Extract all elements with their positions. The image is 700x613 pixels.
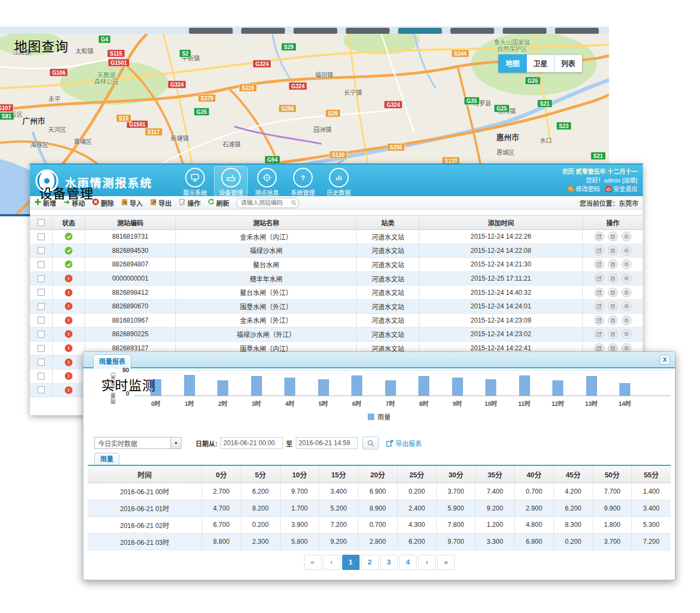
row-trash-button[interactable]: [608, 329, 618, 339]
question-icon: ?: [293, 168, 313, 187]
row-trash-button[interactable]: [608, 288, 618, 298]
nav-item-history[interactable]: 历史数据: [322, 166, 356, 197]
row-checkbox[interactable]: [38, 275, 45, 282]
row-checkbox[interactable]: [38, 331, 45, 338]
nav-item-points[interactable]: 测点信息: [250, 166, 284, 197]
row-edit-button[interactable]: [594, 329, 604, 339]
table-row[interactable]: !8816810967金禾水闸（外江）河道水文站2015-12-24 14:23…: [30, 314, 643, 328]
pager-nav-button[interactable]: «: [304, 555, 321, 570]
minute-table-row[interactable]: 2016-06-21 02时6.7000.2003.9007.2000.7004…: [88, 517, 671, 534]
row-gear-button[interactable]: [622, 315, 631, 325]
row-edit-button[interactable]: [594, 232, 604, 241]
background-window-tab[interactable]: [241, 28, 285, 34]
background-window-tab[interactable]: [294, 28, 337, 34]
range-select[interactable]: 今日实时数据 ▼: [94, 437, 181, 449]
pager-nav-button[interactable]: ›: [418, 555, 436, 570]
map-place-label: 新塘镇: [171, 135, 189, 142]
background-window-tab[interactable]: [451, 28, 494, 34]
operations-cell: [583, 230, 643, 244]
map-view-button-active[interactable]: 地图: [498, 54, 527, 72]
chart-plot-area: 0时1时2时3时4时5时6时7时8时9时10时11时12时13时14时: [134, 370, 671, 396]
page-button-1[interactable]: 1: [342, 555, 360, 570]
toolbar-operate-button[interactable]: 操作: [179, 198, 200, 208]
table-row[interactable]: !8826898412鳌台水闸（外江）河道水文站2015-12-24 14:40…: [30, 286, 643, 300]
map-view-button-inactive[interactable]: 列表: [555, 54, 582, 72]
row-edit-button[interactable]: [594, 315, 604, 325]
row-gear-button[interactable]: [622, 274, 631, 283]
nav-item-system[interactable]: ?系统管理: [286, 166, 320, 197]
background-window-tab[interactable]: [346, 28, 389, 34]
nav-item-device[interactable]: 设备管理: [214, 166, 248, 197]
row-checkbox[interactable]: [38, 233, 45, 240]
row-gear-button[interactable]: [622, 246, 631, 256]
page-button-3[interactable]: 3: [380, 555, 398, 570]
table-row[interactable]: !0000000001穗丰年水闸河道水文站2015-12-25 17:11:21: [30, 272, 643, 286]
row-checkbox[interactable]: [38, 289, 45, 296]
nav-item-display[interactable]: 展示系统: [178, 166, 212, 197]
row-gear-button[interactable]: [622, 259, 631, 269]
nav-item-label: 系统管理: [286, 188, 320, 197]
row-trash-button[interactable]: [608, 246, 618, 256]
background-window-tab[interactable]: [555, 28, 599, 34]
popup-titlebar: 雨量报表 X: [83, 352, 675, 368]
row-gear-button[interactable]: [622, 232, 631, 241]
change-password-link[interactable]: 修改密码: [568, 185, 600, 193]
date-from-input[interactable]: [221, 437, 283, 449]
pager-nav-button[interactable]: »: [437, 555, 455, 570]
row-trash-button[interactable]: [608, 274, 618, 283]
minute-table-row[interactable]: 2016-06-21 01时4.7008.2001.7005.2008.9002…: [88, 500, 671, 517]
row-trash-button[interactable]: [608, 315, 618, 325]
background-window-tab[interactable]: [189, 28, 233, 34]
row-trash-button[interactable]: [608, 232, 618, 241]
map-view-button-inactive[interactable]: 卫星: [527, 54, 555, 72]
table-row[interactable]: !8826890670围垦水闸（外江）河道水文站2015-12-24 14:24…: [30, 300, 643, 314]
table-row[interactable]: !8826890225福禄沙水闸（外江）河道水文站2015-12-24 14:2…: [30, 327, 643, 342]
row-checkbox[interactable]: [38, 261, 45, 268]
road-badge: G324: [289, 82, 307, 90]
tab-rainfall[interactable]: 雨量: [94, 453, 119, 465]
page-button-4[interactable]: 4: [399, 555, 417, 570]
table-row[interactable]: 8826894807鳌台水闸河道水文站2015-12-24 14:21:30: [30, 258, 643, 272]
row-trash-button[interactable]: [608, 259, 618, 269]
status-cell: !: [53, 342, 85, 355]
rainfall-value-cell: 3.400: [632, 500, 671, 517]
row-edit-button[interactable]: [594, 288, 604, 298]
row-checkbox[interactable]: [38, 386, 45, 393]
minute-table-row[interactable]: 2016-06-21 00时2.7006.2009.7003.4006.9000…: [88, 483, 671, 500]
row-edit-button[interactable]: [594, 301, 604, 311]
row-trash-button[interactable]: [608, 301, 618, 311]
minute-table-row[interactable]: 2016-06-21 03时8.8002.3005.8009.2002.8006…: [88, 533, 671, 550]
export-report-link[interactable]: 导出报表: [386, 439, 422, 448]
row-checkbox[interactable]: [38, 373, 45, 380]
date-to-input[interactable]: [296, 437, 358, 449]
table-row[interactable]: 8816819731金禾水闸（内江）河道水文站2015-12-24 14:22:…: [30, 230, 643, 244]
station-code-search-input[interactable]: [236, 198, 299, 208]
pager-nav-button[interactable]: ‹: [323, 555, 340, 570]
toolbar-export-button[interactable]: 导出: [150, 198, 172, 208]
search-icon[interactable]: [291, 199, 296, 207]
select-all-checkbox[interactable]: [38, 219, 45, 226]
toolbar-delete-button[interactable]: 删除: [92, 198, 114, 208]
row-checkbox[interactable]: [38, 317, 45, 324]
chevron-down-icon[interactable]: ▼: [171, 438, 181, 448]
row-checkbox[interactable]: [38, 359, 45, 366]
row-gear-button[interactable]: [622, 301, 631, 311]
row-edit-button[interactable]: [594, 259, 604, 269]
background-window-tab[interactable]: [503, 28, 546, 34]
row-checkbox[interactable]: [38, 303, 45, 310]
background-window-tab[interactable]: [398, 28, 442, 34]
row-edit-button[interactable]: [594, 274, 604, 283]
query-button[interactable]: [362, 436, 379, 450]
table-row[interactable]: 8826894530福绿沙水闸河道水文站2015-12-24 14:22:08: [30, 244, 643, 258]
row-gear-button[interactable]: [622, 329, 631, 339]
page-button-2[interactable]: 2: [361, 555, 379, 570]
row-checkbox[interactable]: [38, 247, 45, 254]
row-checkbox[interactable]: [38, 345, 45, 352]
close-icon[interactable]: X: [660, 355, 670, 365]
logout-link[interactable]: 安全退出: [605, 185, 637, 193]
station-code-cell: 8826894530: [85, 244, 176, 258]
row-gear-button[interactable]: [622, 288, 631, 298]
toolbar-import-button[interactable]: 导入: [121, 198, 143, 208]
toolbar-refresh-button[interactable]: 刷新: [208, 198, 229, 208]
row-edit-button[interactable]: [594, 246, 604, 256]
